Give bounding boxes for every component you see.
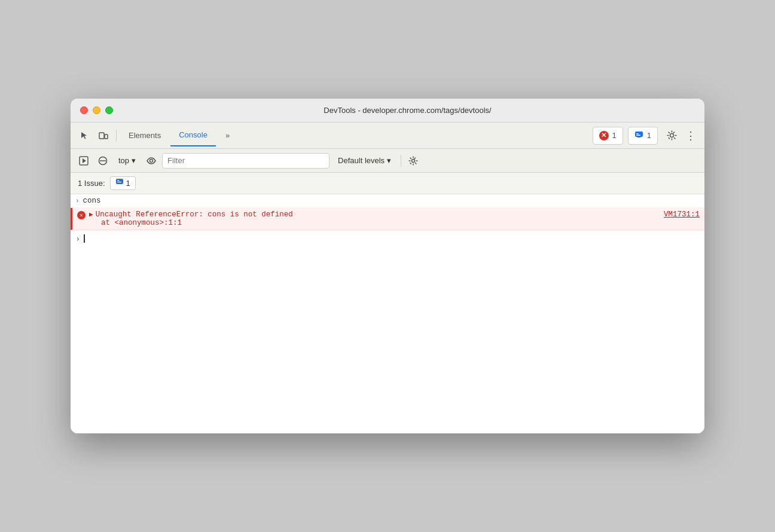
- svg-rect-1: [105, 134, 108, 139]
- error-main-text: Uncaught ReferenceError: cons is not def…: [96, 210, 293, 219]
- error-link[interactable]: VM1731:1: [652, 210, 700, 219]
- issues-badge-button[interactable]: 1: [110, 176, 136, 190]
- issues-message-icon: [115, 178, 124, 188]
- console-toolbar: top ▾ Default levels ▾: [71, 149, 704, 173]
- titlebar: DevTools - developer.chrome.com/tags/dev…: [71, 99, 704, 123]
- maximize-button[interactable]: [105, 106, 113, 114]
- console-input-entry: › cons: [71, 194, 704, 208]
- issues-label: 1 Issue:: [78, 179, 105, 188]
- svg-point-11: [412, 159, 415, 162]
- chevron-down-icon: ▾: [132, 156, 136, 165]
- chevron-down-icon-levels: ▾: [387, 156, 391, 165]
- issues-count: 1: [126, 179, 130, 188]
- svg-point-10: [150, 159, 153, 162]
- prompt-chevron-icon: ›: [75, 234, 80, 243]
- svg-rect-13: [117, 181, 120, 181]
- message-icon: [634, 130, 643, 141]
- live-expressions-icon[interactable]: [143, 152, 160, 169]
- more-options-icon[interactable]: ⋮: [682, 127, 700, 145]
- error-circle-icon: ✕: [599, 131, 609, 140]
- context-dropdown[interactable]: top ▾: [114, 154, 141, 167]
- error-first-line: ▶ Uncaught ReferenceError: cons is not d…: [89, 210, 700, 219]
- close-button[interactable]: [80, 106, 88, 114]
- toolbar-divider: [401, 155, 401, 167]
- error-secondary-text: at <anonymous>:1:1: [89, 219, 700, 227]
- tab-divider-1: [116, 130, 117, 142]
- devtools-window: DevTools - developer.chrome.com/tags/dev…: [71, 99, 704, 433]
- svg-rect-4: [636, 134, 640, 136]
- tabs-row: Elements Console » ✕ 1 1: [71, 123, 704, 149]
- console-prompt-line[interactable]: ›: [71, 230, 704, 247]
- error-badge-button[interactable]: ✕ 1: [593, 127, 623, 145]
- tab-more[interactable]: »: [217, 125, 238, 146]
- svg-rect-3: [636, 133, 639, 134]
- console-settings-icon[interactable]: [405, 152, 422, 169]
- message-badge-button[interactable]: 1: [628, 127, 658, 145]
- console-typed-value: cons: [83, 197, 101, 205]
- error-expand-button[interactable]: ▶: [89, 210, 93, 218]
- console-content: › cons ✕ ▶ Uncaught ReferenceError: cons…: [71, 194, 704, 433]
- issues-bar: 1 Issue: 1: [71, 173, 704, 194]
- settings-icon[interactable]: [663, 127, 681, 145]
- svg-marker-7: [83, 158, 86, 163]
- filter-input[interactable]: [162, 153, 329, 169]
- expand-chevron[interactable]: ›: [75, 197, 80, 204]
- clear-console-icon[interactable]: [75, 152, 92, 169]
- device-icon[interactable]: [94, 127, 112, 145]
- traffic-lights: [80, 106, 113, 114]
- error-row: ✕ ▶ Uncaught ReferenceError: cons is not…: [71, 208, 704, 230]
- minimize-button[interactable]: [93, 106, 100, 114]
- tab-elements[interactable]: Elements: [120, 125, 169, 146]
- svg-rect-14: [117, 182, 121, 182]
- no-entry-icon[interactable]: [94, 152, 111, 169]
- tab-console[interactable]: Console: [170, 125, 216, 146]
- log-levels-dropdown[interactable]: Default levels ▾: [332, 154, 397, 167]
- error-circle-small-icon: ✕: [77, 211, 86, 219]
- error-content: ▶ Uncaught ReferenceError: cons is not d…: [89, 210, 700, 227]
- inspect-icon[interactable]: [75, 127, 93, 145]
- svg-point-5: [670, 134, 673, 137]
- svg-rect-0: [99, 133, 104, 139]
- window-title: DevTools - developer.chrome.com/tags/dev…: [120, 106, 695, 115]
- console-cursor: [84, 234, 85, 243]
